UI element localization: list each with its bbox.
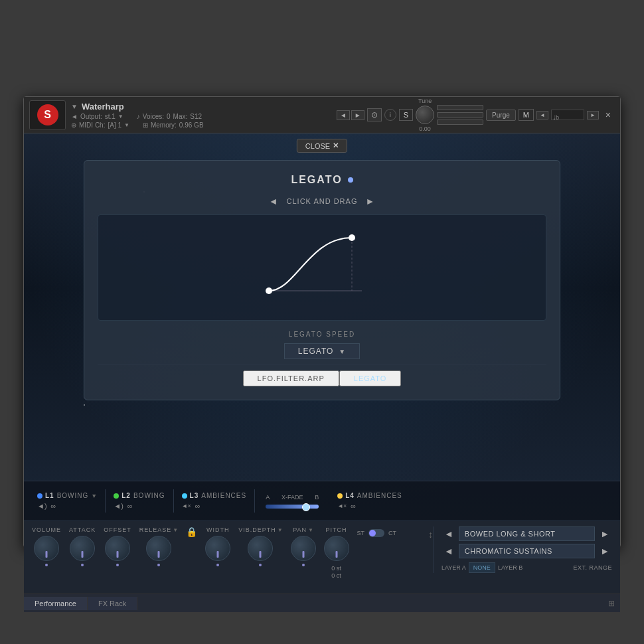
layer-b-label: LAYER B bbox=[498, 564, 523, 571]
layer-l4-link-icon[interactable]: ∞ bbox=[351, 502, 356, 510]
footer-expand-icon[interactable]: ⊞ bbox=[608, 599, 615, 608]
vib-depth-knob-dot bbox=[259, 564, 262, 566]
logo-area: S bbox=[29, 100, 66, 130]
nav-arrows: ◄ ► bbox=[337, 110, 364, 120]
layer-l4-name: AMBIENCES bbox=[357, 492, 402, 499]
drag-controls: ◄ CLICK AND DRAG ► bbox=[98, 196, 546, 206]
expand-icon-area: ↕ bbox=[428, 526, 433, 540]
instrument-name-label: Waterharp bbox=[82, 102, 124, 112]
footer-tab-performance[interactable]: Performance bbox=[24, 597, 88, 610]
st-ct-toggle[interactable] bbox=[368, 529, 384, 537]
layer-l4-volume-icon[interactable]: ◄× bbox=[337, 503, 347, 509]
volume-knob[interactable] bbox=[34, 536, 59, 561]
none-button[interactable]: NONE bbox=[469, 562, 495, 573]
pitch-display: ♩b bbox=[551, 110, 584, 120]
layer-l3-link-icon[interactable]: ∞ bbox=[195, 502, 201, 510]
offset-knob-dot bbox=[116, 564, 119, 566]
sound-2-next-button[interactable]: ► bbox=[598, 544, 612, 558]
pan-label-row: PAN ▼ bbox=[293, 526, 313, 533]
curve-area[interactable] bbox=[98, 214, 546, 321]
layer-l4-header: L4 AMBIENCES bbox=[337, 492, 402, 499]
pitch-knob[interactable] bbox=[324, 536, 349, 561]
layer-item-l2: L2 BOWING ◄) ∞ bbox=[106, 489, 173, 513]
sound-2-name-button[interactable]: CHROMATIC SUSTAINS bbox=[459, 544, 595, 558]
pan-knob-dot bbox=[302, 564, 305, 566]
m-button[interactable]: M bbox=[519, 109, 534, 121]
sound-1-prev-button[interactable]: ◄ bbox=[442, 527, 456, 540]
xfade-handle[interactable] bbox=[302, 503, 310, 511]
voices-info: ♪ Voices: 0 Max: S12 bbox=[137, 113, 202, 120]
layer-l1-volume-icon[interactable]: ◄) bbox=[37, 502, 47, 510]
tune-value: 0.00 bbox=[419, 125, 431, 132]
sound-1-name-button[interactable]: BOWED LONG & SHORT bbox=[459, 526, 595, 541]
drag-left-arrow[interactable]: ◄ bbox=[269, 196, 279, 206]
release-label: RELEASE bbox=[139, 526, 172, 533]
layer-l1-header: L1 BOWING ▼ bbox=[37, 492, 97, 499]
header-sub-info-2: ⊕ MIDI Ch: [A] 1 ▼ ⊞ Memory: 0.96 GB bbox=[71, 121, 337, 129]
sound-2-prev-button[interactable]: ◄ bbox=[442, 544, 456, 558]
layer-l1-controls: ◄) ∞ bbox=[37, 502, 97, 510]
vib-depth-label-row: VIB.DEPTH ▼ bbox=[238, 526, 282, 533]
extra-nav-2[interactable]: ► bbox=[587, 111, 599, 120]
pan-knob-group: PAN ▼ bbox=[291, 526, 316, 566]
header-info: ▼ Waterharp ◄ Output: st.1 ▼ ♪ Voices: 0… bbox=[71, 102, 337, 129]
bottom-controls: VOLUME ATTACK OFFSET RELEASE ▼ bbox=[24, 521, 620, 594]
layer-row: L1 BOWING ▼ ◄) ∞ L2 BOWING ◄) ∞ bbox=[24, 481, 620, 521]
tune-knob[interactable] bbox=[416, 106, 434, 124]
header-bar: S ▼ Waterharp ◄ Output: st.1 ▼ ♪ Voices:… bbox=[24, 97, 620, 133]
legato-title-text: LEGATO bbox=[291, 174, 342, 186]
pan-knob[interactable] bbox=[291, 536, 316, 561]
xfade-bar[interactable] bbox=[266, 505, 319, 509]
slider-3[interactable] bbox=[437, 120, 483, 125]
camera-button[interactable]: ⊙ bbox=[367, 108, 382, 121]
pan-label: PAN bbox=[293, 526, 307, 533]
legato-dropdown-row: LEGATO ▼ bbox=[98, 343, 546, 359]
s-button[interactable]: S bbox=[399, 109, 413, 121]
close-overlay-button[interactable]: CLOSE ✕ bbox=[297, 139, 347, 153]
ext-range-button[interactable]: EXT. RANGE bbox=[573, 564, 612, 571]
sound-1-next-button[interactable]: ► bbox=[598, 527, 612, 540]
purge-button[interactable]: Purge bbox=[486, 110, 516, 121]
layer-l2-volume-icon[interactable]: ◄) bbox=[114, 502, 123, 510]
layer-l1-link-icon[interactable]: ∞ bbox=[51, 502, 56, 510]
pitch-st-value: 0 st bbox=[331, 565, 341, 572]
controls-right: ◄ BOWED LONG & SHORT ► ◄ CHROMATIC SUSTA… bbox=[433, 526, 612, 573]
layer-l3-volume-icon[interactable]: ◄× bbox=[182, 503, 191, 509]
pitch-label: PITCH bbox=[326, 526, 347, 533]
nav-prev-button[interactable]: ◄ bbox=[337, 110, 350, 120]
layer-l1-arrow-icon[interactable]: ▼ bbox=[91, 493, 97, 499]
xfade-a-label: A bbox=[266, 494, 270, 501]
slider-2[interactable] bbox=[437, 112, 483, 118]
offset-knob[interactable] bbox=[105, 536, 130, 561]
extra-nav-1[interactable]: ◄ bbox=[536, 111, 548, 120]
width-knob[interactable] bbox=[205, 536, 230, 561]
layer-l3-controls: ◄× ∞ bbox=[182, 502, 247, 510]
legato-active-dot bbox=[348, 177, 353, 183]
dropdown-arrow-icon: ▼ bbox=[71, 103, 78, 110]
tune-knob-group: Tune 0.00 bbox=[416, 98, 434, 132]
sound-row-1: ◄ BOWED LONG & SHORT ► bbox=[442, 526, 612, 541]
attack-knob[interactable] bbox=[70, 536, 95, 561]
drag-right-arrow[interactable]: ► bbox=[365, 196, 375, 206]
layer-l2-link-icon[interactable]: ∞ bbox=[127, 502, 133, 510]
vib-depth-knob-group: VIB.DEPTH ▼ bbox=[238, 526, 282, 566]
pitch-knob-group: PITCH 0 st 0 ct bbox=[324, 526, 349, 579]
lock-icon: 🔒 bbox=[186, 526, 197, 537]
attack-label: ATTACK bbox=[69, 526, 96, 533]
close-button[interactable]: × bbox=[602, 108, 615, 121]
tab-legato[interactable]: LEGATO bbox=[339, 370, 402, 386]
main-content: CLOSE ✕ LEGATO ◄ CLICK AND DRAG ► bbox=[24, 133, 620, 521]
expand-icon[interactable]: ↕ bbox=[428, 529, 433, 540]
release-knob[interactable] bbox=[146, 536, 171, 561]
info-button[interactable]: i bbox=[384, 109, 396, 121]
vib-depth-knob[interactable] bbox=[248, 536, 273, 561]
attack-knob-group: ATTACK bbox=[69, 526, 96, 566]
memory-info: ⊞ Memory: 0.96 GB bbox=[143, 121, 204, 129]
slider-1[interactable] bbox=[437, 105, 483, 110]
nav-next-button[interactable]: ► bbox=[351, 110, 364, 120]
legato-dropdown-button[interactable]: LEGATO ▼ bbox=[284, 343, 360, 359]
tab-lfo-filter-arp[interactable]: LFO.FILTER.ARP bbox=[243, 370, 339, 386]
footer-tab-fx-rack-label: FX Rack bbox=[98, 600, 126, 607]
legato-panel: LEGATO ◄ CLICK AND DRAG ► bbox=[84, 160, 560, 400]
footer-tab-fx-rack[interactable]: FX Rack bbox=[88, 597, 137, 610]
